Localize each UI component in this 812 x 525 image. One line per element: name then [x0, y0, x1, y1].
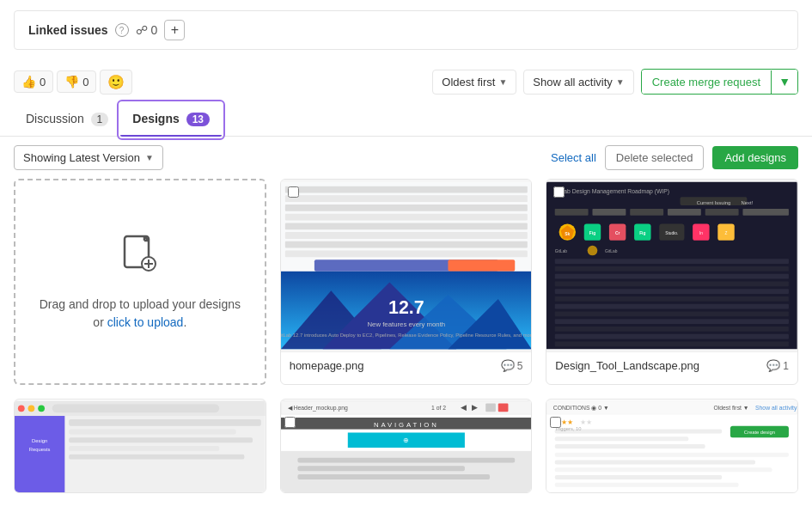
svg-rect-87: [485, 403, 496, 412]
svg-rect-36: [743, 209, 789, 216]
svg-text:Sk: Sk: [565, 232, 571, 236]
comment-icon: 💬: [501, 359, 515, 372]
thumbsup-count: 0: [40, 76, 46, 89]
homepage-checkbox[interactable]: [288, 186, 299, 198]
tab-discussion[interactable]: Discussion 1: [14, 103, 120, 137]
svg-text:Design: Design: [32, 438, 47, 443]
svg-rect-74: [69, 419, 261, 426]
header-mockup-checkbox[interactable]: [284, 417, 296, 428]
svg-rect-113: [555, 475, 722, 479]
version-label: Showing Latest Version: [23, 151, 140, 164]
svg-rect-33: [631, 209, 664, 216]
activity-dropdown[interactable]: Show all activity ▼: [523, 70, 633, 95]
svg-text:GitLab: GitLab: [605, 249, 618, 253]
svg-rect-34: [668, 209, 701, 216]
svg-rect-95: [297, 466, 464, 471]
tabs-row: Discussion 1 Designs 13: [0, 103, 812, 137]
browser-thumbnail: Design Requests: [15, 400, 266, 492]
add-designs-button[interactable]: Add designs: [712, 146, 798, 169]
activity-chevron-icon: ▼: [616, 77, 625, 87]
comment-icon-2: 💬: [766, 359, 780, 372]
svg-text:Oldest first ▼: Oldest first ▼: [714, 405, 749, 411]
svg-rect-57: [555, 274, 789, 279]
browser-thumb: Design Requests: [15, 400, 266, 492]
svg-rect-17: [448, 259, 515, 272]
tool-landscape-comment-count: 💬 1: [766, 359, 789, 372]
svg-rect-63: [555, 319, 789, 324]
svg-rect-110: [555, 453, 789, 457]
svg-rect-55: [555, 259, 789, 264]
svg-rect-35: [705, 209, 739, 216]
light-ui-thumbnail: CONDITIONS ◉ 0 ▼ Oldest first ▼ Show all…: [546, 400, 797, 492]
design-card-homepage[interactable]: 12.7 New features every month GitLab 12.…: [280, 179, 533, 385]
add-linked-issue-button[interactable]: +: [164, 20, 185, 40]
create-merge-label: Create merge request: [642, 70, 772, 94]
svg-rect-58: [555, 281, 789, 286]
header-mockup-thumb: ◀ Header_mockup.png 1 of 2 ◀ ▶ NAVIGATIO…: [281, 400, 532, 492]
issues-count-wrap: ☍ 0: [136, 23, 158, 37]
svg-text:GitLab 12.7 introduces Auto De: GitLab 12.7 introduces Auto Deploy to EC…: [281, 333, 532, 338]
svg-text:◀ Header_mockup.png: ◀ Header_mockup.png: [287, 405, 347, 412]
sort-label: Oldest first: [442, 76, 495, 89]
tab-designs[interactable]: Designs 13: [120, 103, 222, 137]
version-chevron-icon: ▼: [145, 153, 154, 162]
thumbsdown-count: 0: [82, 76, 89, 89]
svg-text:1 of 2: 1 of 2: [431, 405, 446, 411]
thumbsup-button[interactable]: 👍 0: [14, 70, 53, 93]
svg-text:Z: Z: [725, 231, 728, 235]
design-card-tool-landscape[interactable]: GitLab Design Management Roadmap (WIP) C…: [546, 179, 798, 385]
homepage-thumbnail: 12.7 New features every month GitLab 12.…: [281, 180, 532, 351]
svg-rect-72: [52, 404, 219, 412]
upload-link[interactable]: click to upload: [107, 315, 184, 329]
emoji-picker-button[interactable]: 🙂: [100, 70, 132, 95]
svg-rect-11: [285, 214, 528, 221]
design-card-browser[interactable]: Design Requests: [14, 399, 266, 493]
svg-text:◀: ◀: [461, 403, 467, 412]
version-dropdown[interactable]: Showing Latest Version ▼: [14, 145, 163, 170]
svg-text:▶: ▶: [471, 403, 477, 412]
issues-count: 0: [151, 23, 158, 37]
svg-rect-106: [555, 444, 705, 449]
svg-text:CONDITIONS ◉ 0 ▼: CONDITIONS ◉ 0 ▼: [553, 405, 609, 411]
designs-toolbar-right: Select all Delete selected Add designs: [551, 145, 798, 170]
svg-rect-12: [285, 223, 528, 229]
svg-text:Cr: Cr: [615, 231, 620, 235]
tool-landscape-checkbox[interactable]: [553, 186, 565, 198]
create-merge-request-button[interactable]: Create merge request ▼: [641, 69, 798, 95]
linked-issues-label: Linked issues: [28, 23, 108, 37]
page-wrapper: Linked issues ? ☍ 0 + 👍 0 👎 0 🙂 Oldest f…: [0, 10, 812, 525]
designs-grid: Drag and drop to upload your designs or …: [0, 179, 812, 507]
svg-point-71: [38, 405, 45, 412]
svg-text:12.7: 12.7: [388, 297, 424, 318]
design-card-header-mockup[interactable]: ◀ Header_mockup.png 1 of 2 ◀ ▶ NAVIGATIO…: [280, 399, 533, 493]
svg-text:Fig: Fig: [639, 231, 645, 235]
svg-rect-75: [69, 430, 235, 435]
svg-text:NAVIGATION: NAVIGATION: [374, 421, 439, 429]
design-card-light-ui[interactable]: CONDITIONS ◉ 0 ▼ Oldest first ▼ Show all…: [546, 399, 798, 493]
select-all-button[interactable]: Select all: [551, 151, 596, 164]
svg-rect-94: [297, 458, 515, 463]
light-ui-checkbox[interactable]: [550, 417, 561, 428]
svg-text:Fig: Fig: [589, 231, 595, 235]
svg-rect-14: [285, 241, 528, 248]
homepage-comment-count: 💬 5: [501, 359, 523, 372]
svg-rect-78: [69, 455, 244, 460]
svg-text:Requests: Requests: [29, 447, 51, 452]
thumbsdown-button[interactable]: 👎 0: [57, 70, 96, 93]
light-ui-thumb: CONDITIONS ◉ 0 ▼ Oldest first ▼ Show all…: [546, 400, 797, 492]
svg-rect-111: [555, 461, 755, 465]
svg-text:Current Issuing: Current Issuing: [697, 200, 731, 205]
design-card-homepage-footer: homepage.png 💬 5: [281, 351, 532, 379]
create-merge-arrow-icon[interactable]: ▼: [772, 70, 797, 94]
upload-card[interactable]: Drag and drop to upload your designs or …: [14, 179, 266, 385]
svg-rect-59: [555, 289, 789, 294]
sort-dropdown[interactable]: Oldest first ▼: [432, 70, 516, 95]
svg-text:⊕: ⊕: [403, 436, 409, 444]
svg-point-70: [28, 405, 35, 412]
header-mockup-thumbnail: ◀ Header_mockup.png 1 of 2 ◀ ▶ NAVIGATIO…: [281, 400, 532, 492]
info-icon[interactable]: ?: [115, 23, 129, 37]
tab-designs-label: Designs: [132, 112, 179, 125]
delete-selected-button[interactable]: Delete selected: [605, 145, 705, 170]
svg-rect-64: [555, 327, 789, 332]
svg-rect-96: [297, 474, 490, 479]
